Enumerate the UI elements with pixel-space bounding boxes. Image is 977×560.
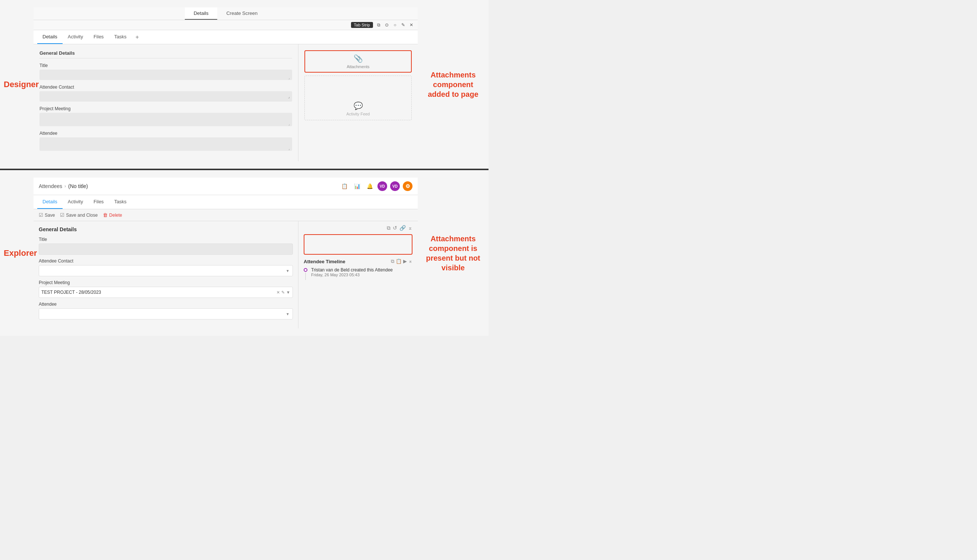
explorer-general-details-heading: General Details <box>39 227 293 232</box>
explorer-inner-tabs: Details Activity Files Tasks <box>33 195 418 209</box>
exp-attendee-contact-select[interactable]: ▼ <box>39 265 293 276</box>
timeline-icon-3[interactable]: ▶ <box>403 258 407 264</box>
exp-project-meeting-label: Project Meeting <box>39 280 293 285</box>
right-icon-4[interactable]: ⌅ <box>408 225 413 231</box>
action-toolbar: ☑ Save ☑ Save and Close 🗑 Delete <box>33 209 418 221</box>
designer-label: Designer <box>4 79 30 89</box>
exp-pm-clear-icon[interactable]: ✕ <box>277 290 280 295</box>
title-input[interactable] <box>40 70 292 80</box>
timeline-header: Attendee Timeline ⧉ 📋 ▶ ⌅ <box>304 258 413 264</box>
timeline-icon-2[interactable]: 📋 <box>396 258 402 264</box>
timeline-entry: Tristan van de Beld created this Attende… <box>304 267 413 280</box>
designer-tab-details[interactable]: Details <box>37 30 63 44</box>
resize-handle-title: ⌟ <box>288 76 291 79</box>
explorer-section: Explorer Attendees › (No title) 📋 📊 🔔 VD… <box>0 170 489 336</box>
breadcrumb-nav: Attendees › (No title) <box>39 183 88 189</box>
tab-create-screen[interactable]: Create Screen <box>217 7 266 20</box>
tab-strip-icon-close[interactable]: ✕ <box>408 22 415 28</box>
explorer-annotation: Attachments component is present but not… <box>421 234 485 273</box>
right-icon-3[interactable]: 🔗 <box>399 225 406 231</box>
exp-project-meeting-icons: ✕ ✎ ▼ <box>277 290 290 295</box>
tab-strip-icon-edit[interactable]: ✎ <box>400 22 406 28</box>
exp-attendee-select[interactable]: ▼ <box>39 308 293 320</box>
explorer-right-panel: ⧉ ↺ 🔗 ⌅ Attendee Timeline ⧉ 📋 ▶ ⌅ <box>299 221 418 328</box>
header-icon-bell[interactable]: 🔔 <box>365 181 374 191</box>
delete-icon: 🗑 <box>103 212 108 218</box>
designer-inner-tabs: Details Activity Files Tasks + <box>33 30 418 44</box>
right-icon-2[interactable]: ↺ <box>393 225 397 231</box>
breadcrumb-separator: › <box>65 183 66 189</box>
exp-pm-chevron-icon[interactable]: ▼ <box>286 290 290 295</box>
attendee-field-group: Attendee ⌟ <box>40 131 292 151</box>
general-details-heading: General Details <box>40 50 292 58</box>
top-tab-bar: Details Create Screen <box>33 7 418 20</box>
designer-tab-activity[interactable]: Activity <box>63 30 88 44</box>
save-button[interactable]: ☑ Save <box>39 212 55 218</box>
explorer-tab-tasks[interactable]: Tasks <box>109 195 132 209</box>
designer-tab-tasks[interactable]: Tasks <box>109 30 132 44</box>
tab-strip-label: Tab Strip <box>351 22 373 28</box>
header-icon-vd1[interactable]: VD <box>377 181 387 191</box>
header-icon-vd2[interactable]: VD <box>390 181 400 191</box>
exp-project-meeting-group: Project Meeting TEST PROJECT - 28/05/202… <box>39 280 293 298</box>
breadcrumb-bar: Attendees › (No title) 📋 📊 🔔 VD VD ⚙ <box>33 178 418 195</box>
header-icon-table[interactable]: 📊 <box>352 181 362 191</box>
save-and-close-button[interactable]: ☑ Save and Close <box>60 212 98 218</box>
attachments-label: Attachments <box>347 64 369 69</box>
exp-title-label: Title <box>39 237 293 242</box>
explorer-tab-files[interactable]: Files <box>88 195 109 209</box>
explorer-tab-details[interactable]: Details <box>37 195 63 209</box>
explorer-app-window: Attendees › (No title) 📋 📊 🔔 VD VD ⚙ Det… <box>33 178 418 328</box>
tab-strip-icon-eye[interactable]: ⊙ <box>383 22 390 28</box>
designer-right-panel: 📎 Attachments 💬 Activity Feed <box>299 44 418 161</box>
project-meeting-wrapper: ⌟ <box>40 113 292 126</box>
designer-app-window: Details Create Screen Tab Strip ⧉ ⊙ ○ ✎ … <box>33 7 418 161</box>
designer-annotation: Attachments component added to page <box>421 70 485 99</box>
project-meeting-field-group: Project Meeting ⌟ <box>40 106 292 126</box>
designer-tab-files[interactable]: Files <box>88 30 109 44</box>
header-icon-copy[interactable]: 📋 <box>339 181 349 191</box>
timeline-dot-col <box>304 267 307 280</box>
attendee-contact-input[interactable]: ⌟ <box>40 91 292 102</box>
timeline-title: Attendee Timeline <box>304 259 346 264</box>
timeline-icon-1[interactable]: ⧉ <box>391 258 394 264</box>
header-icon-settings[interactable]: ⚙ <box>403 181 413 191</box>
tab-details-top[interactable]: Details <box>185 7 218 20</box>
attendee-contact-label: Attendee Contact <box>40 85 292 90</box>
activity-feed-label: Activity Feed <box>347 112 370 116</box>
timeline-event-text: Tristan van de Beld created this Attende… <box>311 267 393 273</box>
designer-body: General Details Title ⌟ Attendee Contact… <box>33 44 418 161</box>
attachments-component: 📎 Attachments <box>304 50 412 73</box>
designer-left-panel: General Details Title ⌟ Attendee Contact… <box>33 44 299 161</box>
right-icon-1[interactable]: ⧉ <box>387 225 391 231</box>
exp-project-meeting-select[interactable]: TEST PROJECT - 28/05/2023 ✕ ✎ ▼ <box>39 287 293 298</box>
tab-strip-icon-copy[interactable]: ⧉ <box>375 22 382 28</box>
exp-pm-edit-icon[interactable]: ✎ <box>281 290 285 295</box>
exp-attendee-label: Attendee <box>39 302 293 307</box>
attendee-contact-field-group: Attendee Contact ⌟ <box>40 85 292 102</box>
project-meeting-input[interactable]: ⌟ <box>40 113 292 126</box>
tab-strip-icon-circle[interactable]: ○ <box>392 22 398 28</box>
explorer-tab-activity[interactable]: Activity <box>63 195 88 209</box>
exp-title-input[interactable] <box>39 243 293 255</box>
exp-attachments-component <box>304 234 413 255</box>
attendee-input[interactable]: ⌟ <box>40 137 292 151</box>
timeline-section: Attendee Timeline ⧉ 📋 ▶ ⌅ <box>304 258 413 280</box>
activity-feed-icon: 💬 <box>354 101 363 110</box>
breadcrumb-parent[interactable]: Attendees <box>39 183 62 189</box>
save-icon: ☑ <box>39 212 43 218</box>
timeline-dot <box>304 268 307 272</box>
timeline-icon-4[interactable]: ⌅ <box>408 258 413 264</box>
attendee-label: Attendee <box>40 131 292 136</box>
attendee-wrapper: ⌟ <box>40 137 292 151</box>
exp-attendee-contact-label: Attendee Contact <box>39 258 293 263</box>
exp-attendee-group: Attendee ▼ <box>39 302 293 320</box>
exp-attendee-chevron: ▼ <box>286 312 289 316</box>
title-field-group: Title ⌟ <box>40 63 292 80</box>
timeline-content: Tristan van de Beld created this Attende… <box>311 267 393 277</box>
add-tab-button[interactable]: + <box>132 31 143 43</box>
designer-section: Designer Details Create Screen Tab Strip… <box>0 0 489 170</box>
exp-title-group: Title <box>39 237 293 255</box>
delete-button[interactable]: 🗑 Delete <box>103 212 122 218</box>
explorer-body: General Details Title Attendee Contact ▼… <box>33 221 418 328</box>
